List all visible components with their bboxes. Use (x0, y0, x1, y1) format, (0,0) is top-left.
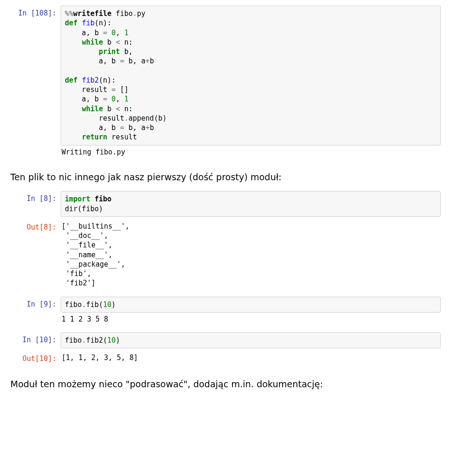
stdout-text-9: 1 1 2 3 5 8 (62, 315, 441, 324)
result-text-10: [1, 1, 2, 3, 5, 8] (62, 353, 441, 362)
prompt-empty-9 (10, 313, 61, 316)
code-input-10[interactable]: fibo.fib2(10) (61, 332, 441, 348)
prompt-in-10: In [10]: (10, 332, 61, 345)
cell-out-10: Out[10]: [1, 1, 2, 3, 5, 8] (10, 351, 441, 364)
notebook-page: In [108]: %%writefile fibo.py def fib(n)… (0, 0, 451, 412)
code-input-9[interactable]: fibo.fib(10) (61, 297, 441, 313)
code-108: %%writefile fibo.py def fib(n): a, b = 0… (65, 9, 436, 142)
prompt-empty (10, 146, 61, 149)
code-10: fibo.fib2(10) (65, 336, 436, 345)
stdout-108: Writing fibo.py (61, 146, 441, 157)
prompt-out-10: Out[10]: (10, 351, 61, 364)
stdout-text-108: Writing fibo.py (62, 147, 441, 157)
cell-out-8: Out[8]: ['__builtins__', '__doc__', '__f… (10, 220, 441, 288)
prompt-out-8: Out[8]: (10, 220, 61, 232)
cell-out-9-stream: 1 1 2 3 5 8 (10, 313, 441, 324)
result-10: [1, 1, 2, 3, 5, 8] (61, 351, 441, 362)
code-input-108[interactable]: %%writefile fibo.py def fib(n): a, b = 0… (61, 6, 441, 146)
narrative-2: Moduł ten możemy nieco "podrasować", dod… (10, 378, 441, 391)
stdout-9: 1 1 2 3 5 8 (61, 313, 441, 324)
cell-in-9: In [9]: fibo.fib(10) (10, 297, 441, 313)
prompt-in-9: In [9]: (10, 297, 61, 309)
code-8: import fibo dir(fibo) (65, 194, 436, 214)
prompt-in-108: In [108]: (10, 6, 61, 18)
result-8: ['__builtins__', '__doc__', '__file__', … (61, 220, 441, 288)
result-text-8: ['__builtins__', '__doc__', '__file__', … (62, 222, 441, 288)
cell-in-8: In [8]: import fibo dir(fibo) (10, 191, 441, 217)
prompt-in-8: In [8]: (10, 191, 61, 204)
code-input-8[interactable]: import fibo dir(fibo) (61, 191, 441, 217)
narrative-1: Ten plik to nic innego jak nasz pierwszy… (10, 171, 441, 184)
cell-in-108: In [108]: %%writefile fibo.py def fib(n)… (10, 6, 441, 146)
cell-in-10: In [10]: fibo.fib2(10) (10, 332, 441, 348)
code-9: fibo.fib(10) (65, 300, 436, 309)
cell-out-108-stream: Writing fibo.py (10, 146, 441, 157)
